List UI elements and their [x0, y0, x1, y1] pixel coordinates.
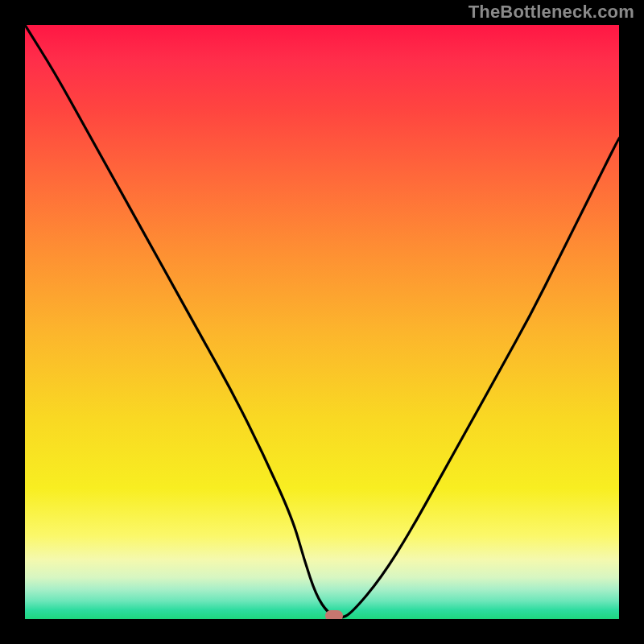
optimum-marker [325, 610, 343, 619]
chart-frame: TheBottleneck.com [0, 0, 644, 644]
watermark-text: TheBottleneck.com [469, 2, 634, 23]
plot-area [25, 25, 619, 619]
bottleneck-curve [25, 25, 619, 619]
curve-path [25, 25, 619, 617]
